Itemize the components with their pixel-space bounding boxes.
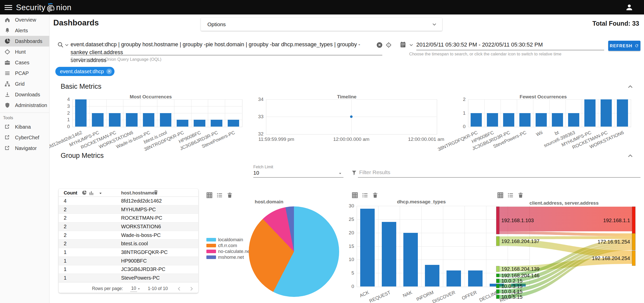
refresh-button[interactable]: REFRESH <box>608 41 640 51</box>
bar-WORKSTATION6[interactable] <box>617 99 628 127</box>
field-column-header[interactable]: host.hostname <box>121 190 155 196</box>
rows-per-page-caret-icon[interactable] <box>137 286 141 291</box>
bar-JC3GB6JRD3R-PC[interactable] <box>211 120 222 127</box>
timeline-data-point[interactable] <box>350 115 353 118</box>
sankey-node-10.0.4.15[interactable] <box>496 290 499 293</box>
group-metrics-collapse-icon[interactable] <box>626 152 634 160</box>
count-column-header[interactable]: Count <box>64 190 77 196</box>
sankey-node-192.168.1.103[interactable] <box>496 207 499 234</box>
sankey-node-192.168.204.139[interactable] <box>496 266 499 272</box>
sankey-node-10.0.3.15[interactable] <box>496 284 499 288</box>
sidebar-item-grid[interactable]: Grid <box>0 79 49 89</box>
table-view-icon[interactable] <box>352 192 358 199</box>
bar-StevePowers-PC[interactable] <box>228 120 239 127</box>
fetch-limit-select[interactable]: 10 <box>253 170 259 176</box>
sidebar-tool-cyberchef[interactable]: CyberChef <box>0 132 49 143</box>
sankey-node-192.168.204.137[interactable] <box>496 236 499 246</box>
options-panel[interactable]: Options <box>201 18 442 31</box>
sidebar-item-cases[interactable]: Cases <box>0 57 49 68</box>
sidebar-tool-navigator[interactable]: Navigator <box>0 143 49 154</box>
page-prev-icon[interactable] <box>176 285 183 292</box>
table-row[interactable]: 2btest.is.cool <box>59 239 198 248</box>
table-row[interactable]: 2Wade-is-boss-PC <box>59 231 198 240</box>
table-view-icon[interactable] <box>497 192 504 199</box>
bar-bt[interactable] <box>552 113 563 127</box>
filter-chip[interactable]: event.dataset:dhcp ✕ <box>55 67 114 76</box>
fetch-limit-caret-icon[interactable] <box>338 171 343 176</box>
bar-WORKSTATION6[interactable] <box>126 113 137 127</box>
list-view-icon[interactable] <box>507 192 514 199</box>
time-chevron-down-icon[interactable] <box>408 42 414 48</box>
bar-MYHUMPS-PC[interactable] <box>584 99 596 127</box>
bar-ROCKETMAN-PC[interactable] <box>109 113 120 127</box>
sankey-node-172.16.91.254[interactable] <box>632 233 635 250</box>
sidebar-item-hunt[interactable]: Hunt <box>0 47 49 57</box>
legend-item-mshome.net[interactable]: mshome.net <box>206 254 251 260</box>
table-row[interactable]: 1JC3GB6JRD3R-PC <box>59 265 198 274</box>
bar-btest.is.cool[interactable] <box>160 113 171 127</box>
bar-INFORM[interactable] <box>425 265 440 286</box>
bar-MYHUMPS-PC[interactable] <box>92 113 103 127</box>
bar-38NTRGDFQKR-PC[interactable] <box>177 120 188 127</box>
sankey-node-192.168.204.146[interactable] <box>496 274 499 277</box>
bar-NAK[interactable] <box>403 233 418 286</box>
trash-icon[interactable] <box>226 192 233 199</box>
list-view-icon[interactable] <box>362 192 368 199</box>
sidebar-item-pcap[interactable]: PCAP <box>0 68 49 79</box>
bar-OFFER[interactable] <box>468 270 483 286</box>
bar-REQUEST[interactable] <box>382 222 397 286</box>
sankey-node-10.0.2.15[interactable] <box>496 279 499 283</box>
table-row[interactable]: 2MYHUMPS-PC <box>59 205 198 214</box>
filter-results-input[interactable]: Filter Results <box>359 169 390 175</box>
sidebar-tool-kibana[interactable]: Kibana <box>0 122 49 132</box>
chip-close-icon[interactable]: ✕ <box>106 69 112 74</box>
table-row[interactable]: 1StevePowers-PC <box>59 274 198 282</box>
bar-chart-toggle-icon[interactable] <box>89 190 94 195</box>
sankey-node-192.168.204.254[interactable] <box>632 251 635 266</box>
query-chevron-down-icon[interactable] <box>64 42 70 48</box>
sort-caret-icon[interactable] <box>98 191 103 196</box>
sankey-node-10.0.5.15[interactable] <box>496 295 499 299</box>
page-next-icon[interactable] <box>188 285 195 292</box>
sidebar-item-administration[interactable]: Administration <box>0 100 49 111</box>
table-row[interactable]: 2WORKSTATION6 <box>59 222 198 231</box>
sidebar-item-alerts[interactable]: Alerts <box>0 25 49 36</box>
pie-chart-toggle-icon[interactable] <box>81 190 87 195</box>
target-query-icon[interactable] <box>385 42 392 48</box>
bar-JC3GB6JRD3R-PC[interactable] <box>503 113 514 127</box>
bar-ACK[interactable] <box>360 209 375 286</box>
legend-item-cfl.rr.com[interactable]: cfl.rr.com <box>206 243 251 248</box>
sankey-node-192.168.1.1[interactable] <box>632 207 635 234</box>
bar-8fd12edd2dc1462[interactable] <box>75 99 87 127</box>
menu-icon[interactable] <box>5 4 12 10</box>
bar-ROCKETMAN-PC[interactable] <box>601 99 612 127</box>
table-view-icon[interactable] <box>206 192 213 199</box>
client-server-sankey[interactable]: 192.168.1.103192.168.204.137192.168.204.… <box>495 203 644 303</box>
bar-StevePowers-PC[interactable] <box>519 113 531 127</box>
sankey-link-192.168.1.103-172.16.91.254[interactable] <box>499 231 632 236</box>
legend-item-no-calculate.net[interactable]: no-calculate.net <box>206 249 251 254</box>
bar-HP900BFC[interactable] <box>487 113 498 127</box>
table-row[interactable]: 138NTRGDFQKR-PC <box>59 248 198 257</box>
legend-item-localdomain[interactable]: localdomain <box>206 237 251 243</box>
sidebar-item-downloads[interactable]: Downloads <box>0 89 49 100</box>
table-row[interactable]: 1HP900BFC <box>59 257 198 265</box>
bar-Wii[interactable] <box>536 113 547 127</box>
bar-Wade-is-boss-PC[interactable] <box>143 113 154 127</box>
host-domain-pie[interactable] <box>249 206 339 297</box>
bar-sourcefi-399363[interactable] <box>568 113 579 127</box>
bar-38NTRGDFQKR-PC[interactable] <box>471 113 482 127</box>
sidebar-item-overview[interactable]: Overview <box>0 14 49 25</box>
calendar-icon[interactable] <box>400 41 406 48</box>
bar-HP900BFC[interactable] <box>194 120 205 127</box>
time-range-value[interactable]: 2012/05/11 05:30:52 PM - 2022/05/11 05:3… <box>416 41 543 48</box>
bar-DISCOVER[interactable] <box>447 270 461 286</box>
table-trash-icon[interactable] <box>153 190 159 195</box>
clear-query-icon[interactable] <box>376 42 383 48</box>
trash-icon[interactable] <box>517 192 524 199</box>
table-row[interactable]: 48fd12edd2dc1462 <box>59 197 198 205</box>
rows-per-page-select[interactable]: 10 <box>130 286 137 292</box>
user-account-icon[interactable] <box>625 3 634 12</box>
list-view-icon[interactable] <box>216 192 223 199</box>
basic-metrics-collapse-icon[interactable] <box>626 83 634 90</box>
